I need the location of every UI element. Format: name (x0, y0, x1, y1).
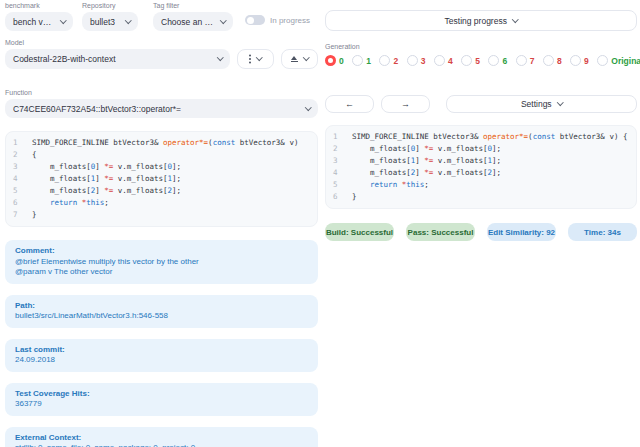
generation-option-label: Original (611, 56, 640, 66)
generation-option-label: 1 (366, 56, 371, 66)
model-field: Model Codestral-22B-with-context (5, 39, 318, 69)
repository-value: bullet3 (90, 17, 115, 27)
code-line: 4 m_floats[1] *= v.m_floats[1]; (13, 173, 313, 185)
comment-line: @param v The other vector (15, 267, 308, 278)
radio-icon (516, 55, 527, 66)
radio-icon (434, 55, 445, 66)
test-coverage-hits-box: Test Coverage Hits:363779 (5, 383, 318, 416)
generation-option-label: 3 (421, 56, 426, 66)
test-coverage-hits-line: 363779 (15, 399, 308, 410)
last-commit-box: Last commit:24.09.2018 (5, 339, 318, 372)
toggle-knob-icon (247, 17, 254, 24)
line-number: 5 (13, 185, 23, 197)
radio-icon (543, 55, 554, 66)
line-number: 4 (13, 173, 23, 185)
line-number: 1 (13, 137, 23, 149)
generation-option-original[interactable]: Original (597, 55, 640, 66)
tag-filter-select[interactable]: Choose an option (153, 12, 233, 31)
line-number: 7 (13, 209, 23, 221)
info-sections: Comment:@brief Elementwise multiply this… (5, 240, 318, 447)
generation-label: Generation (325, 43, 637, 50)
prev-button[interactable]: ← (325, 95, 374, 113)
edit-similarity-pill: Edit Similarity: 92 (487, 223, 556, 241)
comment-line: @brief Elementwise multiply this vector … (15, 257, 308, 268)
generation-option-6[interactable]: 6 (488, 55, 507, 66)
generation-radio-group: 0123456789Original (325, 55, 637, 66)
last-commit-line: 24.09.2018 (15, 355, 308, 366)
last-commit-title: Last commit: (15, 345, 308, 356)
code-line: 6 return *this; (13, 197, 313, 209)
path-box: Path:bullet3/src/LinearMath/btVector3.h:… (5, 295, 318, 328)
code-line: 3 m_floats[1] *= v.m_floats[1]; (333, 155, 632, 167)
left-column: benchmark bench v2.6 Repository bullet3 … (5, 2, 318, 447)
generation-option-label: 0 (339, 56, 344, 66)
code-line: 5 return *this; (333, 179, 632, 191)
benchmark-field: benchmark bench v2.6 (5, 2, 73, 31)
in-progress-label: In progress (270, 16, 310, 25)
path-title: Path: (15, 301, 308, 312)
in-progress-toggle[interactable]: In progress (245, 15, 310, 25)
tag-filter-value: Choose an option (161, 17, 215, 27)
comment-box: Comment:@brief Elementwise multiply this… (5, 240, 318, 284)
benchmark-select[interactable]: bench v2.6 (5, 12, 73, 31)
function-label: Function (5, 89, 318, 96)
code-line: 4 m_floats[2] *= v.m_floats[2]; (333, 167, 632, 179)
radio-icon (407, 55, 418, 66)
export-button[interactable] (281, 49, 318, 69)
chevron-down-icon (256, 54, 262, 60)
function-select[interactable]: C74CEE60AF732A54::btVector3::operator*= (5, 99, 318, 118)
generation-option-5[interactable]: 5 (461, 55, 480, 66)
line-number: 6 (13, 197, 23, 209)
settings-label: Settings (521, 99, 552, 109)
chevron-down-icon (60, 17, 66, 23)
external-context-line: stdlib: 0, same_file: 0, same_package: 0… (15, 443, 308, 447)
line-number: 4 (333, 167, 343, 179)
model-menu-button[interactable] (237, 49, 274, 69)
model-select[interactable]: Codestral-22B-with-context (5, 49, 230, 69)
radio-icon (488, 55, 499, 66)
line-number: 5 (333, 179, 343, 191)
generation-option-8[interactable]: 8 (543, 55, 562, 66)
generation-option-1[interactable]: 1 (352, 55, 371, 66)
code-line: 2{ (13, 149, 313, 161)
external-context-title: External Context: (15, 433, 308, 444)
generation-option-label: 7 (530, 56, 535, 66)
generation-option-label: 4 (448, 56, 453, 66)
generation-option-2[interactable]: 2 (379, 55, 398, 66)
benchmark-value: bench v2.6 (13, 17, 55, 27)
function-value: C74CEE60AF732A54::btVector3::operator*= (13, 104, 181, 114)
repository-select[interactable]: bullet3 (82, 12, 138, 31)
chevron-down-icon (557, 99, 563, 105)
generation-option-3[interactable]: 3 (407, 55, 426, 66)
chevron-down-icon (217, 54, 223, 60)
generation-option-7[interactable]: 7 (516, 55, 535, 66)
settings-button[interactable]: Settings (446, 95, 637, 113)
code-line: 3 m_floats[0] *= v.m_floats[0]; (13, 161, 313, 173)
build-status-pill: Build: Successful (325, 223, 394, 241)
next-button[interactable]: → (381, 95, 430, 113)
generation-option-0[interactable]: 0 (325, 55, 344, 66)
radio-icon (379, 55, 390, 66)
code-line: 1SIMD_FORCE_INLINE btVector3& operator*=… (333, 131, 632, 143)
chevron-down-icon (305, 104, 311, 110)
generation-option-label: 6 (502, 56, 507, 66)
controls-row: benchmark bench v2.6 Repository bullet3 … (5, 2, 318, 31)
right-column: Testing progress Generation 0123456789Or… (325, 3, 637, 241)
generation-option-9[interactable]: 9 (570, 55, 589, 66)
function-field: Function C74CEE60AF732A54::btVector3::op… (5, 89, 318, 118)
navigation-row: ← → Settings (325, 95, 637, 113)
external-context-box: External Context:stdlib: 0, same_file: 0… (5, 427, 318, 447)
line-number: 1 (333, 131, 343, 143)
code-line: 7} (13, 209, 313, 221)
benchmark-label: benchmark (5, 2, 73, 9)
testing-progress-button[interactable]: Testing progress (325, 10, 637, 31)
code-line: 5 m_floats[2] *= v.m_floats[2]; (13, 185, 313, 197)
generation-option-4[interactable]: 4 (434, 55, 453, 66)
repository-field: Repository bullet3 (82, 2, 138, 31)
generation-option-label: 5 (475, 56, 480, 66)
chevron-down-icon (512, 16, 518, 22)
code-block-reference: 1SIMD_FORCE_INLINE btVector3& operator*=… (5, 131, 318, 227)
generation-option-label: 2 (393, 56, 398, 66)
testing-progress-label: Testing progress (445, 16, 507, 26)
code-line: 6} (333, 191, 632, 203)
